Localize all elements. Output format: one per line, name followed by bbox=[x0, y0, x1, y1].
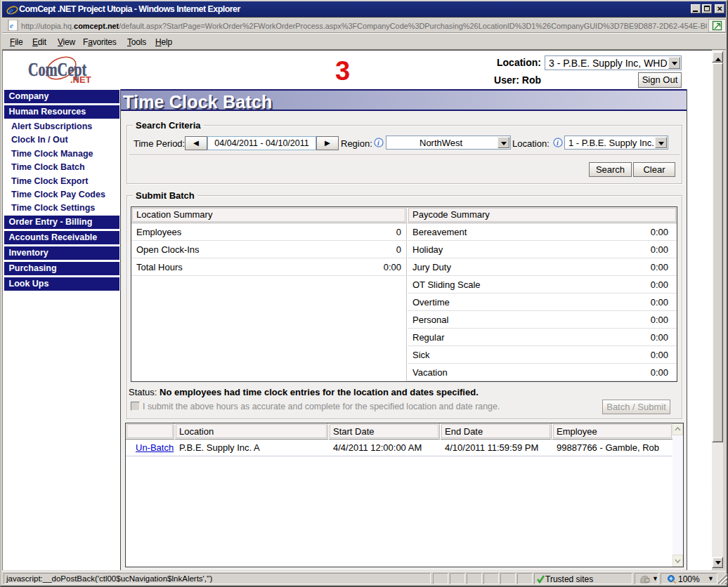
svg-text:e: e bbox=[9, 5, 14, 16]
svg-text:i: i bbox=[557, 139, 559, 147]
svg-text:e: e bbox=[10, 21, 13, 29]
svg-text:.NET: .NET bbox=[70, 74, 91, 85]
svg-text:i: i bbox=[377, 139, 379, 147]
